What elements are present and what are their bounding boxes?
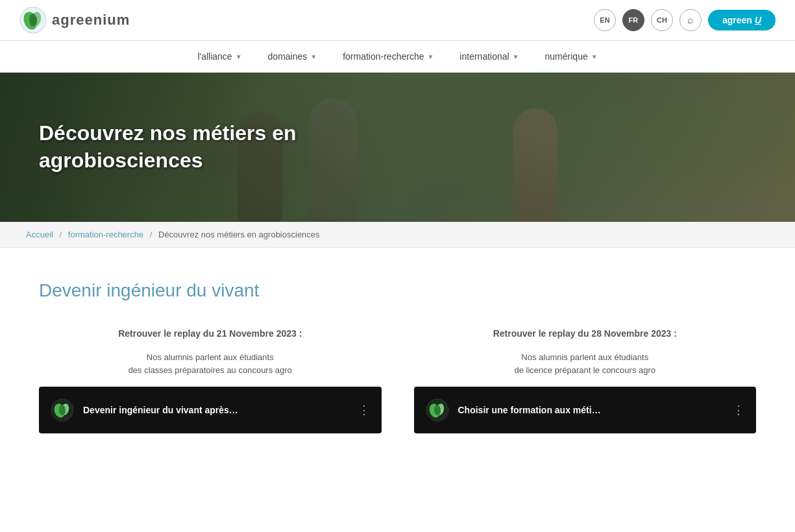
nav-label-formation: formation-recherche <box>343 51 424 62</box>
card-2-sub-text: Nos alumnis parlent aux étudiants de lic… <box>414 351 757 376</box>
nav-item-domaines[interactable]: domaines ▼ <box>268 51 317 62</box>
breadcrumb-sep-2: / <box>150 230 153 239</box>
agreen-button[interactable]: agreenU <box>708 10 776 30</box>
nav-item-alliance[interactable]: l'alliance ▼ <box>197 51 241 62</box>
lang-ch-button[interactable]: CH <box>651 9 673 31</box>
logo[interactable]: agreenium <box>19 6 130 34</box>
search-icon: ⌕ <box>687 14 694 26</box>
card-col-2: Retrouver le replay du 28 Novembre 2023 … <box>414 327 757 433</box>
section-title: Devenir ingénieur du vivant <box>39 280 756 301</box>
chevron-down-icon: ▼ <box>236 53 242 60</box>
logo-text: agreenium <box>52 12 130 29</box>
search-button[interactable]: ⌕ <box>679 9 702 31</box>
chevron-down-icon: ▼ <box>427 53 434 60</box>
main-content: Devenir ingénieur du vivant Retrouver le… <box>0 248 795 459</box>
nav-label-international: international <box>459 51 509 62</box>
video-title-2: Choisir une formation aux méti… <box>458 405 724 415</box>
card-col-1: Retrouver le replay du 21 Novembre 2023 … <box>39 327 382 433</box>
breadcrumb-formation[interactable]: formation-recherche <box>68 230 143 239</box>
video-logo-1 <box>51 398 74 422</box>
cards-row: Retrouver le replay du 21 Novembre 2023 … <box>39 327 756 433</box>
card-1-replay-label: Retrouver le replay du 21 Novembre 2023 … <box>39 327 382 341</box>
chevron-down-icon: ▼ <box>513 53 519 60</box>
hero-title: Découvrez nos métiers en agrobiosciences <box>0 120 454 174</box>
breadcrumb-current: Découvrez nos métiers en agrobiosciences <box>158 230 320 239</box>
card-1-sub-text: Nos alumnis parlent aux étudiants des cl… <box>39 351 382 376</box>
card-2-replay-label: Retrouver le replay du 28 Novembre 2023 … <box>414 327 757 341</box>
header-right: EN FR CH ⌕ agreenU <box>594 9 776 31</box>
video-menu-icon-1[interactable]: ⋮ <box>358 403 370 417</box>
main-nav: l'alliance ▼ domaines ▼ formation-recher… <box>0 41 795 73</box>
video-title-1: Devenir ingénieur du vivant après… <box>83 405 349 415</box>
lang-en-button[interactable]: EN <box>594 9 616 31</box>
chevron-down-icon: ▼ <box>310 53 317 60</box>
site-header: agreenium EN FR CH ⌕ agreenU <box>0 0 795 41</box>
nav-label-numerique: numérique <box>545 51 588 62</box>
breadcrumb: Accueil / formation-recherche / Découvre… <box>0 222 795 248</box>
nav-label-domaines: domaines <box>268 51 308 62</box>
logo-icon <box>19 6 47 34</box>
hero-section: Découvrez nos métiers en agrobiosciences <box>0 73 795 222</box>
agreen-btn-suffix: U <box>755 15 761 25</box>
breadcrumb-accueil[interactable]: Accueil <box>26 230 53 239</box>
video-logo-2 <box>426 398 449 422</box>
nav-item-numerique[interactable]: numérique ▼ <box>545 51 598 62</box>
nav-label-alliance: l'alliance <box>197 51 232 62</box>
nav-item-formation-recherche[interactable]: formation-recherche ▼ <box>343 51 434 62</box>
nav-item-international[interactable]: international ▼ <box>459 51 519 62</box>
breadcrumb-sep-1: / <box>60 230 62 239</box>
video-menu-icon-2[interactable]: ⋮ <box>733 403 744 417</box>
lang-fr-button[interactable]: FR <box>622 9 644 31</box>
video-card-1[interactable]: Devenir ingénieur du vivant après… ⋮ <box>39 387 382 433</box>
agreen-btn-label: agreen <box>722 15 752 25</box>
video-card-2[interactable]: Choisir une formation aux méti… ⋮ <box>414 387 757 433</box>
chevron-down-icon: ▼ <box>591 53 598 60</box>
